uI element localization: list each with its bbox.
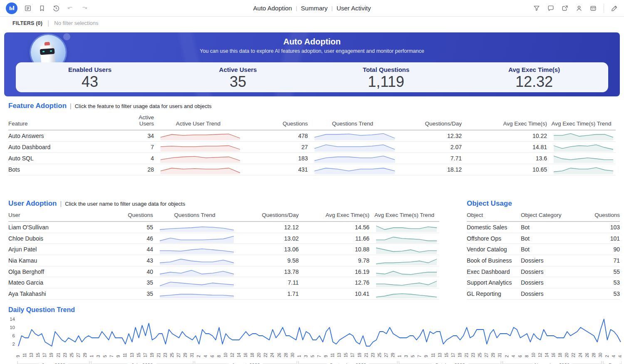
questions-value: 101	[567, 235, 620, 242]
kpi-total-questions: Total Questions 1,119	[312, 62, 460, 92]
schedule-icon[interactable]	[589, 5, 597, 12]
questions-trend-sparkline	[153, 222, 236, 232]
questions-per-day-value: 12.32	[397, 133, 462, 139]
tab-user-activity[interactable]: User Activity	[337, 5, 371, 12]
svg-text:4: 4	[203, 355, 208, 357]
table-row[interactable]: Auto Dashboard 7 27 2.07 14.81	[8, 142, 616, 153]
table-row[interactable]: Offshore Ops Bot 101	[467, 233, 620, 244]
questions-trend-sparkline	[308, 165, 397, 175]
object-name[interactable]: Domestic Sales	[467, 224, 521, 231]
object-name[interactable]: GL Reporting	[467, 290, 521, 297]
table-row[interactable]: Bots 28 431 18.12 10.65	[8, 164, 616, 175]
avg-exec-time-trend-sparkline	[369, 289, 439, 299]
col-questions-trend: Questions Trend	[308, 121, 397, 127]
avg-exec-time-trend-sparkline	[369, 267, 439, 277]
table-row[interactable]: Nia Kamau 43 9.58 9.78	[8, 255, 439, 266]
svg-text:19: 19	[150, 352, 154, 357]
daily-question-trend-title: Daily Question Trend	[8, 306, 616, 314]
svg-text:6: 6	[12, 333, 15, 338]
daily-question-trend-chart[interactable]: 2610149111315171921232527291357911131517…	[9, 317, 616, 364]
svg-text:31: 31	[498, 352, 502, 357]
user-name[interactable]: Nia Kamau	[8, 257, 125, 264]
questions-per-day-value: 7.71	[397, 155, 462, 162]
share-icon[interactable]	[561, 5, 569, 12]
table-row[interactable]: Aya Takahashi 35 1.71 10.41	[8, 288, 439, 300]
questions-trend-sparkline	[153, 234, 236, 243]
col-avg-exec-time: Avg Exec Time(s)	[462, 121, 547, 127]
questions-trend-sparkline	[308, 131, 397, 141]
svg-text:27: 27	[76, 352, 81, 357]
tab-summary[interactable]: Summary	[301, 5, 327, 12]
table-row[interactable]: Vendor Catalog Bot 90	[467, 244, 620, 255]
object-name[interactable]: Book of Business	[467, 257, 521, 264]
kpi-card: Enabled Users 43 Active Users 35 Total Q…	[16, 62, 608, 92]
banner-decoration-dot	[63, 33, 70, 40]
feature-name[interactable]: Auto Answers	[8, 133, 125, 139]
questions-per-day-value: 18.12	[397, 166, 462, 173]
table-row[interactable]: Support Analytics Dossiers 53	[467, 277, 620, 288]
table-row[interactable]: Arjun Patel 44 13.06 10.88	[8, 244, 439, 255]
bookmark-icon[interactable]	[38, 5, 46, 12]
questions-value: 478	[243, 133, 308, 139]
filters-count-label[interactable]: FILTERS (0)	[12, 20, 42, 26]
table-row[interactable]: Auto SQL 4 183 7.71 13.6	[8, 153, 616, 164]
questions-value: 55	[125, 224, 153, 231]
object-name[interactable]: Exec Dashboard	[467, 268, 521, 275]
history-icon[interactable]	[52, 5, 60, 12]
questions-trend-sparkline	[153, 256, 236, 266]
user-name[interactable]: Arjun Patel	[8, 246, 125, 253]
object-name[interactable]: Support Analytics	[467, 279, 521, 286]
comment-icon[interactable]	[547, 5, 555, 12]
svg-text:12: 12	[538, 352, 542, 357]
svg-text:24: 24	[270, 352, 275, 357]
svg-text:24: 24	[578, 352, 583, 357]
svg-text:27: 27	[384, 352, 389, 357]
user-name[interactable]: Olga Berghoff	[8, 268, 125, 275]
table-row[interactable]: Olga Berghoff 40 13.78 16.19	[8, 266, 439, 278]
svg-text:14: 14	[237, 352, 241, 357]
person-icon[interactable]	[575, 5, 583, 12]
edit-icon[interactable]	[611, 5, 618, 12]
feature-name[interactable]: Auto SQL	[8, 155, 125, 162]
avg-exec-time-value: 10.41	[299, 290, 369, 297]
table-row[interactable]: Domestic Sales Bot 103	[467, 222, 620, 233]
svg-text:21: 21	[464, 352, 469, 357]
banner-subtitle: You can use this data to explore AI feat…	[4, 48, 620, 54]
filter-icon[interactable]	[533, 5, 540, 12]
svg-text:13: 13	[29, 352, 34, 357]
app-logo-icon[interactable]	[6, 2, 17, 14]
svg-text:4: 4	[612, 355, 616, 357]
feature-name[interactable]: Auto Dashboard	[8, 144, 125, 150]
avg-exec-time-trend-sparkline	[547, 131, 616, 141]
avg-exec-time-value: 10.22	[462, 133, 547, 139]
user-name[interactable]: Aya Takahashi	[8, 290, 125, 297]
user-name[interactable]: Chloe Dubois	[8, 235, 125, 242]
avg-exec-time-trend-sparkline	[369, 256, 439, 266]
table-row[interactable]: GL Reporting Dossiers 53	[467, 288, 620, 300]
object-category-value: Dossiers	[521, 257, 567, 264]
svg-text:6: 6	[518, 355, 522, 357]
table-row[interactable]: Exec Dashboard Dossiers 55	[467, 266, 620, 278]
user-name[interactable]: Liam O'Sullivan	[8, 224, 125, 231]
user-name[interactable]: Mateo Garcia	[8, 279, 125, 286]
svg-text:11: 11	[22, 353, 27, 357]
liveboards-list-icon[interactable]	[24, 5, 32, 12]
svg-text:11: 11	[123, 353, 127, 357]
object-name[interactable]: Offshore Ops	[467, 235, 521, 242]
redo-icon[interactable]	[81, 5, 88, 12]
table-row[interactable]: Auto Answers 34 478 12.32 10.22	[8, 130, 616, 142]
avg-exec-time-trend-sparkline	[369, 278, 439, 288]
questions-per-day-value: 13.78	[236, 268, 299, 275]
object-name[interactable]: Vendor Catalog	[467, 246, 521, 253]
object-table-header: Object Object Category Questions	[467, 212, 620, 222]
svg-text:29: 29	[183, 352, 188, 357]
undo-icon[interactable]	[67, 5, 74, 12]
table-row[interactable]: Liam O'Sullivan 55 12.12 14.56	[8, 222, 439, 233]
questions-value: 55	[567, 268, 620, 275]
feature-name[interactable]: Bots	[8, 166, 125, 173]
svg-text:5: 5	[411, 355, 415, 357]
table-row[interactable]: Chloe Dubois 46 13.02 11.66	[8, 233, 439, 244]
table-row[interactable]: Mateo Garcia 35 7.11 12.76	[8, 277, 439, 288]
avg-exec-time-trend-sparkline	[547, 165, 616, 175]
table-row[interactable]: Book of Business Dossiers 71	[467, 255, 620, 266]
